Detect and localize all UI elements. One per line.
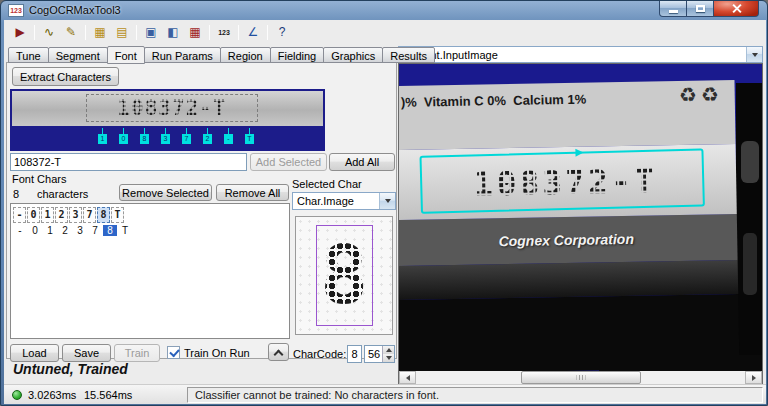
scrollbar-track[interactable] <box>416 371 745 384</box>
label-ocr-band: 108372-T <box>398 144 737 220</box>
segment-tick: 0 <box>113 128 134 144</box>
font-char-labels: -012378T <box>13 225 287 236</box>
segment-tick: 1 <box>92 128 113 144</box>
help-icon[interactable]: ? <box>272 23 292 42</box>
chevron-down-icon[interactable] <box>746 47 762 62</box>
font-char-label[interactable]: 8 <box>103 225 117 236</box>
horizontal-scrollbar[interactable] <box>399 371 762 384</box>
open-file-icon[interactable]: ▣ <box>141 23 161 42</box>
run-icon[interactable]: ▶ <box>10 23 30 42</box>
font-char-label[interactable]: 2 <box>58 225 72 236</box>
remove-selected-button[interactable]: Remove Selected <box>119 184 212 201</box>
input-image-combo[interactable]: Current.InputImage <box>398 46 763 63</box>
load-button[interactable]: Load <box>10 344 59 362</box>
train-button[interactable]: Train <box>114 344 160 362</box>
tab-run-params[interactable]: Run Params <box>144 47 221 63</box>
font-char-label[interactable]: 0 <box>28 225 42 236</box>
input-image[interactable]: )% Vitamin C 0% Calcium 1% ♻♻ 108372-T C… <box>399 83 762 371</box>
font-char-tile[interactable]: 3 <box>69 207 82 223</box>
train-on-run-label: Train On Run <box>184 347 250 359</box>
font-char-label[interactable]: 3 <box>73 225 87 236</box>
arrow-down-icon <box>385 199 391 203</box>
electric-connect-icon[interactable]: ∿ <box>39 23 59 42</box>
extract-characters-button[interactable]: Extract Characters <box>12 67 119 86</box>
font-char-label[interactable]: 7 <box>88 225 102 236</box>
charcode-char-field[interactable]: 8 <box>347 345 362 363</box>
train-on-run-checkbox[interactable] <box>167 346 180 359</box>
maximize-button[interactable] <box>687 1 714 17</box>
font-char-tile[interactable]: - <box>13 207 26 223</box>
tab-segment[interactable]: Segment <box>48 47 108 63</box>
save-file-icon[interactable]: ◧ <box>163 23 183 42</box>
font-char-tile[interactable]: 2 <box>55 207 68 223</box>
charcode-spinner[interactable]: 56 <box>364 345 395 363</box>
brand-text: Cognex Corporation <box>498 231 634 249</box>
scroll-right-button[interactable] <box>745 371 762 384</box>
close-icon <box>731 3 742 14</box>
tab-region[interactable]: Region <box>220 47 271 63</box>
arrow-left-icon <box>406 375 410 381</box>
add-selected-button[interactable]: Add Selected <box>250 153 327 171</box>
status-bar: 3.0263ms 15.564ms Classifier cannot be t… <box>4 384 766 404</box>
arrow-right-icon <box>752 375 756 381</box>
buffer-grid-icon[interactable]: ▦ <box>185 23 205 42</box>
scrollbar-thumb[interactable] <box>521 371 641 384</box>
background-object <box>741 141 759 183</box>
tab-strip: TuneSegmentFontRun ParamsRegionFieldingG… <box>8 46 434 63</box>
font-char-tile[interactable]: 8 <box>97 207 110 223</box>
segment-tick: T <box>239 128 260 144</box>
tab-font[interactable]: Font <box>107 46 145 64</box>
last-run-record-grid-icon[interactable]: ▤ <box>112 23 132 42</box>
segment-tick: 3 <box>155 128 176 144</box>
toolbar: ▶∿✎▦▤▣◧▦123∠? <box>6 21 293 43</box>
toolbar-separator <box>136 25 137 40</box>
minimize-button[interactable] <box>659 1 687 17</box>
add-all-button[interactable]: Add All <box>329 153 395 171</box>
measure-angle-icon[interactable]: ∠ <box>243 23 263 42</box>
image-display-panel[interactable]: )% Vitamin C 0% Calcium 1% ♻♻ 108372-T C… <box>398 63 763 385</box>
toolbar-separator <box>34 25 35 40</box>
tab-fielding[interactable]: Fielding <box>270 47 325 63</box>
segmentation-strip-image[interactable]: 108372-T <box>12 91 323 126</box>
save-button[interactable]: Save <box>62 344 111 362</box>
font-char-tile[interactable]: 1 <box>41 207 54 223</box>
expand-button[interactable] <box>268 343 289 361</box>
titlebar[interactable]: 123 CogOCRMaxTool3 <box>1 1 767 20</box>
character-selection-rect[interactable]: 108372-T <box>86 94 258 122</box>
tab-tune[interactable]: Tune <box>8 47 49 63</box>
char-image-combo[interactable]: Char.Image <box>292 192 396 210</box>
edit-graphics-icon[interactable]: ✎ <box>61 23 81 42</box>
spinner-up-button[interactable] <box>382 346 394 354</box>
arrow-up-icon <box>386 348 392 352</box>
scroll-left-button[interactable] <box>399 371 416 384</box>
tab-results[interactable]: Results <box>382 47 435 63</box>
font-char-tile[interactable]: 0 <box>27 207 40 223</box>
font-char-list[interactable]: -012378T -012378T <box>10 203 290 339</box>
cog-ocrmax-tool-window: 123 CogOCRMaxTool3 ▶∿✎▦▤▣◧▦123∠? TuneSeg… <box>0 0 768 406</box>
remove-all-button[interactable]: Remove All <box>216 184 289 201</box>
segmented-text: 108372-T <box>117 96 226 120</box>
extracted-text-input[interactable] <box>10 153 247 171</box>
numbers-123-icon[interactable]: 123 <box>214 23 234 42</box>
scene-bottom-shadow <box>599 355 762 371</box>
font-char-label[interactable]: T <box>118 225 132 236</box>
selected-char-preview: 8 <box>295 216 393 335</box>
window-title: CogOCRMaxTool3 <box>29 4 121 16</box>
ocr-region-box[interactable] <box>419 148 704 213</box>
tab-graphics[interactable]: Graphics <box>323 47 383 63</box>
font-char-tile[interactable]: T <box>111 207 124 223</box>
chevron-down-icon[interactable] <box>379 193 395 209</box>
close-button[interactable] <box>714 1 759 17</box>
nutrition-text: )% Vitamin C 0% Calcium 1% <box>401 92 587 110</box>
chevron-up-icon <box>274 349 284 359</box>
execution-time-2: 15.564ms <box>84 389 132 401</box>
current-record-grid-icon[interactable]: ▦ <box>90 23 110 42</box>
font-char-tile[interactable]: 7 <box>83 207 96 223</box>
segment-ticks: 108372-T <box>92 128 260 144</box>
region-direction-icon <box>575 148 583 156</box>
font-char-label[interactable]: 1 <box>43 225 57 236</box>
charcode-label: CharCode: <box>293 348 346 360</box>
spinner-down-button[interactable] <box>382 354 394 362</box>
toolbar-separator <box>238 25 239 40</box>
font-char-label[interactable]: - <box>13 225 27 236</box>
